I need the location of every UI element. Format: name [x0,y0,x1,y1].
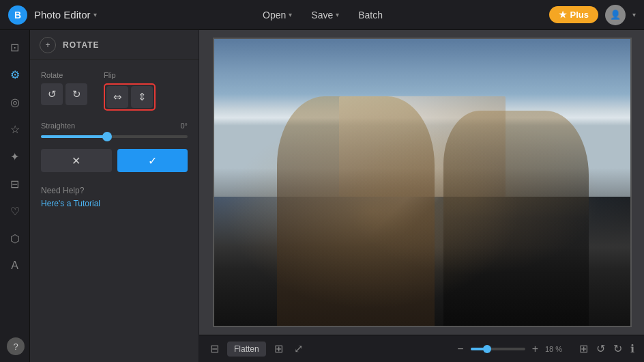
sidebar-item-crop[interactable]: ⊡ [3,36,27,59]
photo-container [199,30,644,335]
panel-header: + ROTATE [30,30,199,60]
straighten-label: Straighten [41,122,75,130]
open-button[interactable]: Open ▾ [254,5,300,25]
fullscreen-icon[interactable]: ⤢ [291,339,306,358]
avatar-chevron-icon[interactable]: ▾ [632,11,636,18]
flatten-button[interactable]: Flatten [227,342,266,357]
help-link[interactable]: Here's a Tutorial [41,199,100,208]
navbar: B Photo Editor ▾ Open ▾ Save ▾ Batch ★ P… [0,0,644,30]
star-icon: ★ [559,10,567,20]
layers-bottom-icon[interactable]: ⊟ [207,339,222,358]
action-buttons: ✕ ✓ [41,149,188,172]
redo-icon[interactable]: ↻ [611,339,625,358]
panel-back-button[interactable]: + [40,37,56,53]
panel: + ROTATE Rotate ↺ ↻ [30,30,199,362]
sidebar-item-shape[interactable]: ⬡ [3,227,27,250]
cancel-button[interactable]: ✕ [41,149,112,172]
save-button[interactable]: Save ▾ [303,5,347,25]
sidebar-item-effects[interactable]: ✦ [3,145,27,168]
zoom-slider-thumb[interactable] [483,345,491,353]
photo-frame [213,38,632,327]
straighten-slider[interactable] [41,135,188,138]
zoom-controls: − + 18 % [454,342,566,357]
sidebar-item-eye[interactable]: ◎ [3,90,27,113]
help-button[interactable]: ? [7,337,25,355]
sidebar-item-text[interactable]: A [3,254,27,277]
bottom-bar: ⊟ Flatten ⊞ ⤢ − + 18 % ⊞ ↺ ↻ ℹ [199,335,644,362]
zoom-value: 18 % [545,345,566,353]
save-chevron-icon: ▾ [336,11,339,18]
grid-icon[interactable]: ⊞ [576,339,591,358]
rotate-section: Rotate ↺ ↻ [41,71,87,111]
open-chevron-icon: ▾ [289,11,292,18]
slider-thumb[interactable] [102,132,112,141]
info-icon[interactable]: ℹ [628,339,637,358]
sidebar-item-heart[interactable]: ♡ [3,199,27,223]
rotate-cw-button[interactable]: ↻ [65,83,87,105]
photo-canvas[interactable] [214,39,630,326]
sidebar-item-layers[interactable]: ⊟ [3,172,27,195]
panel-title: ROTATE [63,40,100,50]
photo-overlay [214,39,630,326]
navbar-center: Open ▾ Save ▾ Batch [97,5,549,25]
zoom-in-button[interactable]: + [529,342,541,357]
flip-btn-group: ⇔ ⇕ [104,83,156,111]
fit-icon[interactable]: ⊞ [272,339,286,358]
sidebar-item-star[interactable]: ☆ [3,117,27,141]
zoom-out-button[interactable]: − [454,342,466,357]
zoom-slider[interactable] [471,348,525,350]
slider-fill [41,135,107,138]
batch-button[interactable]: Batch [350,5,391,25]
help-title: Need Help? [41,186,188,195]
flip-label: Flip [104,71,156,79]
app-title: Photo Editor ▾ [34,9,97,20]
help-section: Need Help? Here's a Tutorial [41,186,188,209]
sidebar-item-adjust[interactable]: ⚙ [3,63,27,86]
canvas-area: ⊟ Flatten ⊞ ⤢ − + 18 % ⊞ ↺ ↻ ℹ [199,30,644,362]
navbar-right: ★ Plus 👤 ▾ [549,5,636,25]
straighten-value: 0° [180,122,188,130]
main-area: ⊡ ⚙ ◎ ☆ ✦ ⊟ ♡ ⬡ A ╱ + ROTATE Rotate ↺ [0,30,644,362]
flip-horizontal-button[interactable]: ⇔ [106,86,128,108]
app-logo: B [8,5,27,25]
bottom-right-icons: ⊞ ↺ ↻ ℹ [576,339,637,358]
avatar[interactable]: 👤 [605,5,626,25]
straighten-header: Straighten 0° [41,122,188,130]
confirm-button[interactable]: ✓ [117,149,188,172]
rotate-ccw-button[interactable]: ↺ [41,83,63,105]
rotate-btn-group: ↺ ↻ [41,83,87,105]
icon-bar: ⊡ ⚙ ◎ ☆ ✦ ⊟ ♡ ⬡ A ╱ [0,30,30,362]
undo-icon[interactable]: ↺ [594,339,608,358]
flip-section: Flip ⇔ ⇕ [104,71,156,111]
panel-body: Rotate ↺ ↻ Flip ⇔ ⇕ [30,60,199,362]
flip-vertical-button[interactable]: ⇕ [131,86,153,108]
rotate-flip-row: Rotate ↺ ↻ Flip ⇔ ⇕ [41,71,188,111]
straighten-section: Straighten 0° [41,122,188,138]
plus-button[interactable]: ★ Plus [549,6,598,23]
rotate-label: Rotate [41,71,87,79]
